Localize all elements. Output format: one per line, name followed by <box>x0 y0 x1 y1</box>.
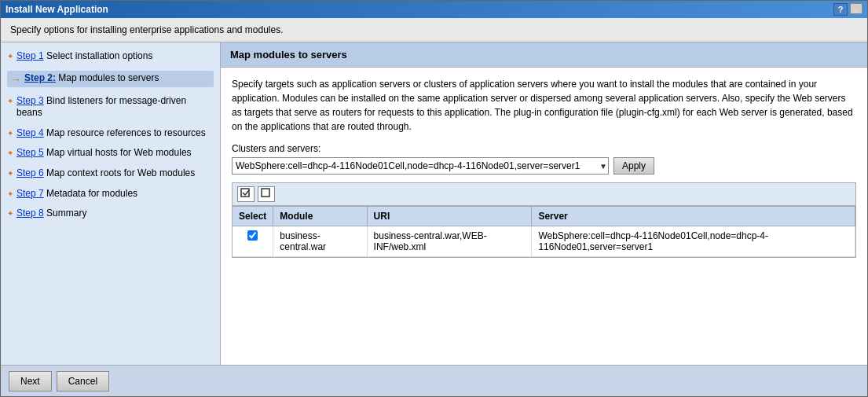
deselect-all-button[interactable] <box>258 186 275 202</box>
col-select: Select <box>233 207 273 226</box>
window-title: Install New Application <box>5 4 108 15</box>
step2-link[interactable]: Step 2: <box>24 72 56 83</box>
row-select-cell[interactable] <box>233 226 273 257</box>
col-uri: URI <box>367 207 532 226</box>
subtitle-bar: Specify options for installing enterpris… <box>1 18 867 42</box>
sidebar-item-step5[interactable]: ✦ Step 5 Map virtual hosts for Web modul… <box>7 147 214 160</box>
modules-table: Select Module URI Server business-centra… <box>233 207 855 257</box>
modules-table-container: Select Module URI Server business-centra… <box>232 206 856 258</box>
toolbar-row <box>232 182 856 206</box>
step1-marker-icon: ✦ <box>7 52 13 61</box>
step2-text: Step 2: Map modules to servers <box>24 72 211 85</box>
step6-text: Step 6 Map context roots for Web modules <box>16 167 214 180</box>
clusters-label: Clusters and servers: <box>232 143 856 154</box>
row-checkbox[interactable] <box>247 230 258 241</box>
step6-link[interactable]: Step 6 <box>16 167 44 178</box>
main-window: Install New Application ? _ Specify opti… <box>0 0 868 397</box>
sidebar-item-step6[interactable]: ✦ Step 6 Map context roots for Web modul… <box>7 167 214 180</box>
panel-body: Specify targets such as application serv… <box>221 68 867 267</box>
right-panel: Map modules to servers Specify targets s… <box>221 42 867 365</box>
row-server: WebSphere:cell=dhcp-4-116Node01Cell,node… <box>532 226 855 257</box>
subtitle-text: Specify options for installing enterpris… <box>10 24 284 35</box>
col-module: Module <box>273 207 367 226</box>
step8-text: Step 8 Summary <box>16 208 214 220</box>
step8-marker-icon: ✦ <box>7 209 13 218</box>
step1-text: Step 1 Select installation options <box>16 50 214 63</box>
main-content: ✦ Step 1 Select installation options → S… <box>1 42 867 365</box>
step7-link[interactable]: Step 7 <box>16 188 44 199</box>
table-row: business-central.war business-central.wa… <box>233 226 855 257</box>
table-header-row: Select Module URI Server <box>233 207 855 226</box>
row-module: business-central.war <box>273 226 367 257</box>
step3-text: Step 3 Bind listeners for message-driven… <box>16 95 214 119</box>
col-server: Server <box>532 207 855 226</box>
sidebar-item-step4[interactable]: ✦ Step 4 Map resource references to reso… <box>7 127 214 140</box>
select-all-icon <box>240 188 251 201</box>
step4-text: Step 4 Map resource references to resour… <box>16 127 214 140</box>
clusters-select-wrap: WebSphere:cell=dhcp-4-116Node01Cell,node… <box>232 157 609 175</box>
panel-description: Specify targets such as application serv… <box>232 77 856 134</box>
clusters-row: WebSphere:cell=dhcp-4-116Node01Cell,node… <box>232 157 856 175</box>
step3-link[interactable]: Step 3 <box>16 95 44 106</box>
step5-link[interactable]: Step 5 <box>16 147 44 158</box>
step1-link[interactable]: Step 1 <box>16 50 44 61</box>
step4-link[interactable]: Step 4 <box>16 127 44 138</box>
cancel-button[interactable]: Cancel <box>57 371 109 391</box>
step3-marker-icon: ✦ <box>7 97 13 105</box>
footer-bar: Next Cancel <box>1 365 867 396</box>
sidebar-item-step3[interactable]: ✦ Step 3 Bind listeners for message-driv… <box>7 95 214 119</box>
next-button[interactable]: Next <box>9 371 52 391</box>
panel-title: Map modules to servers <box>221 42 867 68</box>
help-button[interactable]: ? <box>833 3 848 16</box>
step6-marker-icon: ✦ <box>7 169 13 178</box>
minimize-button[interactable]: _ <box>850 3 863 14</box>
sidebar-item-step1[interactable]: ✦ Step 1 Select installation options <box>7 50 214 63</box>
row-uri: business-central.war,WEB-INF/web.xml <box>367 226 532 257</box>
step5-text: Step 5 Map virtual hosts for Web modules <box>16 147 214 160</box>
sidebar-item-step8[interactable]: ✦ Step 8 Summary <box>7 208 214 220</box>
sidebar: ✦ Step 1 Select installation options → S… <box>1 42 221 365</box>
clusters-select[interactable]: WebSphere:cell=dhcp-4-116Node01Cell,node… <box>232 157 609 175</box>
step7-marker-icon: ✦ <box>7 189 13 198</box>
sidebar-item-step7[interactable]: ✦ Step 7 Metadata for modules <box>7 188 214 200</box>
sidebar-item-step2[interactable]: → Step 2: Map modules to servers <box>7 71 214 87</box>
svg-rect-1 <box>262 189 269 197</box>
title-bar-buttons: ? _ <box>833 3 863 16</box>
step2-arrow-icon: → <box>10 73 21 86</box>
step7-text: Step 7 Metadata for modules <box>16 188 214 200</box>
deselect-all-icon <box>261 188 272 201</box>
step4-marker-icon: ✦ <box>7 129 13 138</box>
select-all-button[interactable] <box>237 186 255 202</box>
title-bar: Install New Application ? _ <box>1 1 867 18</box>
apply-button[interactable]: Apply <box>613 157 654 175</box>
step5-marker-icon: ✦ <box>7 149 13 157</box>
step8-link[interactable]: Step 8 <box>16 208 44 219</box>
